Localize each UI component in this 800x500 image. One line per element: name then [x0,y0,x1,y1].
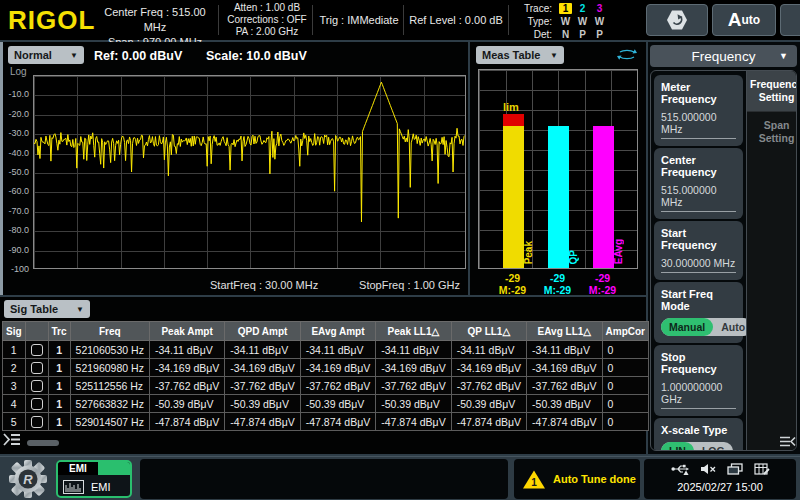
start-freq-label: StartFreq : 30.00 MHz [210,279,318,291]
column-header-eavg-ll1[interactable]: EAvg LL1△ [527,322,602,341]
y-tick-label: -10.0 [1,89,29,99]
meas-table-dropdown[interactable]: Meas Table ▼ [476,46,564,64]
cell-3: -37.762 dBμV [300,377,375,395]
trig-readout: Trig : IMMediate [318,14,400,26]
trace-status-row: Trace:123 [516,2,638,14]
table-row[interactable]: 11521060530 Hz-34.11 dBμV-34.11 dBμV-34.… [3,341,649,359]
preset-button[interactable] [646,4,708,36]
sidebar-tab-span-setting[interactable]: SpanSetting [747,111,797,152]
meter-bar-qp [548,126,569,268]
spectrum-plot[interactable] [33,75,466,269]
toggle-option-log[interactable]: LOG [694,442,733,451]
cell-6: -34.169 dBμV [527,359,602,377]
cell-2: -50.39 dBμV [225,395,300,413]
cell-7: 0 [602,377,648,395]
trace-status-type-label: Type: [516,16,552,27]
cell-select[interactable] [25,341,48,359]
column-header-qpd-ampt[interactable]: QPD Ampt [225,322,300,341]
row-checkbox[interactable] [31,416,43,428]
y-tick-label: -70.0 [1,206,29,216]
table-edit-icon [754,463,770,475]
horizontal-scrollbar[interactable] [27,440,59,446]
menu-title: Frequency [692,49,756,64]
table-row[interactable]: 21521960980 Hz-34.169 dBμV-34.169 dBμV-3… [3,359,649,377]
cell-5: -47.874 dBμV [451,413,526,431]
sidebar-field-stop-frequency[interactable]: Stop Frequency1.000000000 GHz [654,345,743,416]
column-header-select[interactable] [25,322,48,341]
pa-readout: PA : 2.00 GHz [224,26,310,38]
atten-readout-group: Atten : 1.00 dB Corrections : OFF PA : 2… [224,2,310,38]
cell-4: -47.874 dBμV [376,413,451,431]
auto-tune-button[interactable]: Auto [712,4,776,36]
meter-max-eavg: M:-29 [581,284,625,296]
center-freq-readout: Center Freq : 515.00 MHz [95,5,215,35]
menu-title-dropdown[interactable]: Frequency ▼ [650,45,797,67]
menu-collapse-icon[interactable] [779,434,797,452]
meter-value-qp: -29 [536,272,580,284]
cell-sig: 4 [3,395,26,413]
trace-1-type: W [557,16,574,27]
cell-select[interactable] [25,359,48,377]
row-checkbox[interactable] [31,380,43,392]
column-header-eavg-ampt[interactable]: EAvg Ampt [300,322,375,341]
cell-1: -34.169 dBμV [149,359,224,377]
mode-tab-emi[interactable]: EMI EMI [56,460,132,498]
limit-label: lim [503,101,519,113]
sidebar-tab-frequency-setting[interactable]: FrequencySetting [747,71,797,111]
message-panel[interactable]: 1 Auto Tune done [514,459,640,499]
cell-1: -37.762 dBμV [149,377,224,395]
system-gear-icon[interactable]: R [8,459,48,500]
partial-button[interactable] [780,4,800,36]
cell-2: -37.762 dBμV [225,377,300,395]
table-expand-icon[interactable] [2,432,22,451]
top-status-bar: RIGOL Center Freq : 515.00 MHz Span : 97… [0,0,800,40]
cell-5: -34.11 dBμV [451,341,526,359]
divider [312,5,313,35]
toggle-option-lin[interactable]: LIN [661,442,694,451]
toggle-option-manual[interactable]: Manual [661,318,713,336]
cell-select[interactable] [25,413,48,431]
table-row[interactable]: 31525112556 Hz-37.762 dBμV-37.762 dBμV-3… [3,377,649,395]
row-checkbox[interactable] [31,362,43,374]
column-header-freq[interactable]: Freq [70,322,149,341]
row-checkbox[interactable] [31,344,43,356]
menu-tabs-column: FrequencySettingSpanSetting [746,71,797,450]
cell-4: -37.762 dBμV [376,377,451,395]
column-header-peak-ampt[interactable]: Peak Ampt [149,322,224,341]
table-row[interactable]: 41527663832 Hz-50.39 dBμV-50.39 dBμV-50.… [3,395,649,413]
divider [218,5,219,35]
row-checkbox[interactable] [31,398,43,410]
trace-2-type: W [574,16,591,27]
sidebar-field-center-frequency[interactable]: Center Frequency515.000000 MHz [654,148,743,219]
trace-3-type: W [591,16,608,27]
column-header-qp-ll1[interactable]: QP LL1△ [451,322,526,341]
sidebar-field-start-freq-mode[interactable]: Start Freq ModeManualAuto [654,282,743,343]
sidebar-field-start-frequency[interactable]: Start Frequency30.000000 MHz [654,221,743,280]
column-header-trc[interactable]: Trc [48,322,70,341]
sig-table-dropdown[interactable]: Sig Table ▼ [4,300,90,318]
column-header-peak-ll1[interactable]: Peak LL1△ [376,322,451,341]
column-header-ampcor[interactable]: AmpCor [602,322,648,341]
cell-select[interactable] [25,395,48,413]
cell-select[interactable] [25,377,48,395]
column-header-sig[interactable]: Sig [3,322,26,341]
sidebar-field-meter-frequency[interactable]: Meter Frequency515.000000 MHz [654,75,743,146]
preset-hexagon-icon [664,7,690,33]
trace-1-num: 1 [559,3,572,14]
cell-0: 521960980 Hz [70,359,149,377]
cell-2: -34.11 dBμV [225,341,300,359]
trace-mode-dropdown[interactable]: Normal ▼ [8,46,84,64]
swap-view-icon[interactable] [616,47,638,65]
datetime-readout: 2025/02/27 15:00 [644,481,796,493]
cell-2: -34.169 dBμV [225,359,300,377]
meas-bar-chart[interactable]: limPeakQPEAvg [478,69,638,269]
cell-0: 525112556 Hz [70,377,149,395]
meter-max-peak: M:-29 [491,284,535,296]
meter-value-eavg: -29 [581,272,625,284]
cell-trc: 1 [48,341,70,359]
system-status-panel[interactable]: 2025/02/27 15:00 [644,459,796,499]
cell-7: 0 [602,359,648,377]
table-row[interactable]: 51529014507 Hz-47.874 dBμV-47.874 dBμV-4… [3,413,649,431]
usb-icon [671,463,689,475]
sidebar-field-x-scale-type[interactable]: X-scale TypeLINLOG [654,418,743,451]
